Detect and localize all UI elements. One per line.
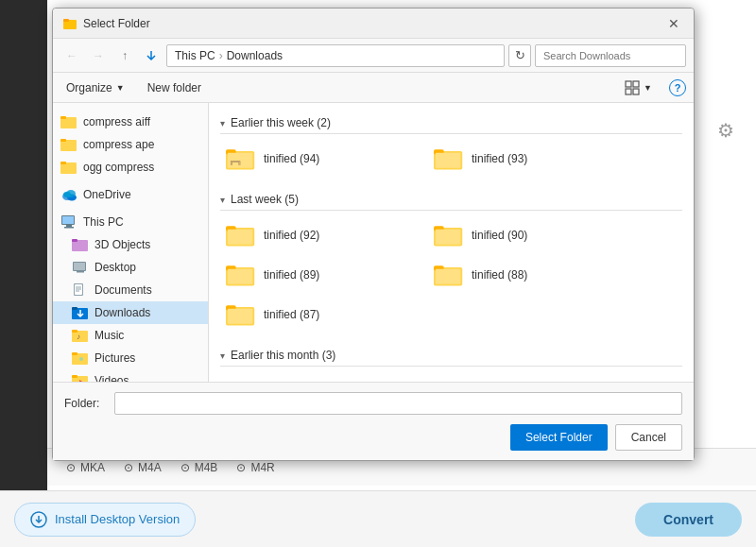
- convert-button[interactable]: Convert: [635, 503, 742, 537]
- sidebar-item-compress-ape[interactable]: compress ape: [53, 133, 208, 156]
- search-input[interactable]: [535, 44, 686, 67]
- sidebar-label: Music: [94, 329, 124, 342]
- sidebar-item-3d-objects[interactable]: 3D Objects: [53, 233, 208, 256]
- svg-rect-5: [633, 81, 639, 87]
- gear-icon[interactable]: ⚙: [709, 113, 742, 146]
- address-bar: ← → ↑ This PC › Downloads ↻: [53, 39, 694, 73]
- sidebar-label: Downloads: [94, 306, 150, 319]
- list-item[interactable]: tinified (93): [428, 142, 617, 176]
- group-header-earlier-this-month[interactable]: ▾ Earlier this month (3): [220, 343, 682, 367]
- folder-icon: [60, 114, 77, 129]
- file-name: tinified (93): [472, 152, 527, 165]
- list-item[interactable]: ╔═╗ tinified (94): [220, 142, 409, 176]
- sidebar-item-desktop[interactable]: Desktop: [53, 256, 208, 279]
- svg-text:╔═╗: ╔═╗: [230, 158, 242, 165]
- dialog-footer: Folder: Select Folder Cancel: [53, 382, 694, 460]
- sidebar-item-documents[interactable]: Documents: [53, 279, 208, 301]
- svg-rect-19: [62, 216, 74, 224]
- list-item[interactable]: tinified (92): [220, 218, 409, 252]
- folder-icon: [226, 222, 256, 248]
- svg-text:♪: ♪: [77, 333, 80, 341]
- cancel-button[interactable]: Cancel: [615, 424, 682, 451]
- svg-rect-11: [60, 139, 66, 142]
- group-header-earlier-this-week[interactable]: ▾ Earlier this week (2): [220, 111, 682, 134]
- path-pc: This PC: [175, 49, 215, 62]
- sidebar-item-videos[interactable]: Videos: [53, 369, 208, 382]
- sidebar-item-thispc[interactable]: This PC: [53, 211, 208, 233]
- sidebar-item-compress-aiff[interactable]: compress aiff: [53, 111, 208, 133]
- up-button[interactable]: ↑: [113, 44, 136, 67]
- bottom-bar: Install Desktop Version Convert: [0, 490, 756, 547]
- format-option-mka[interactable]: ⊙ MKA: [66, 461, 105, 474]
- sidebar-item-onedrive[interactable]: OneDrive: [53, 184, 208, 205]
- computer-icon: [60, 214, 77, 230]
- group-label: Earlier this week (2): [231, 116, 331, 129]
- file-name: tinified (90): [472, 229, 527, 242]
- sidebar-label: OneDrive: [83, 188, 131, 201]
- radio-m4r[interactable]: ⊙: [236, 461, 246, 474]
- address-down-icon[interactable]: [140, 44, 163, 67]
- folder-icon: [60, 160, 77, 175]
- radio-mka[interactable]: ⊙: [66, 461, 76, 474]
- folder-icon: ╔═╗: [226, 145, 256, 172]
- folder-icon: [434, 145, 464, 172]
- svg-rect-21: [64, 227, 74, 229]
- dialog-content: compress aiff compress ape ogg compress: [53, 103, 694, 382]
- list-item[interactable]: tinified (87): [220, 298, 409, 332]
- folder-icon: [226, 301, 256, 328]
- sidebar-item-ogg-compress[interactable]: ogg compress: [53, 156, 208, 179]
- folder-icon: [226, 262, 256, 288]
- group-header-last-week[interactable]: ▾ Last week (5): [220, 187, 682, 211]
- format-option-m4b[interactable]: ⊙ M4B: [180, 461, 218, 474]
- sidebar-label: ogg compress: [83, 161, 154, 174]
- svg-point-39: [79, 357, 83, 361]
- format-label-m4a: M4A: [138, 461, 162, 474]
- help-button[interactable]: ?: [669, 79, 686, 96]
- refresh-button[interactable]: ↻: [508, 44, 531, 67]
- download-icon: [30, 511, 47, 528]
- pictures-icon: [72, 350, 89, 366]
- dialog-titlebar: Select Folder ✕: [53, 9, 694, 39]
- svg-rect-41: [72, 375, 77, 378]
- dialog-title: Select Folder: [83, 17, 663, 30]
- sidebar-item-music[interactable]: ♪ Music: [53, 324, 208, 347]
- list-item[interactable]: tinified (88): [428, 258, 617, 292]
- dialog-toolbar: Organize ▼ New folder ▼ ?: [53, 73, 694, 103]
- svg-rect-23: [72, 239, 77, 242]
- file-list: ▾ Earlier this week (2) ╔═╗ tinified (94…: [209, 103, 694, 382]
- address-path[interactable]: This PC › Downloads: [166, 44, 505, 67]
- organize-button[interactable]: Organize ▼: [60, 78, 130, 97]
- svg-rect-20: [66, 225, 72, 227]
- view-toggle-button[interactable]: ▼: [619, 77, 658, 98]
- list-item[interactable]: tinified (86): [220, 374, 409, 382]
- list-item[interactable]: tinified (90): [428, 218, 617, 252]
- folder-icon: [60, 137, 77, 152]
- sidebar-label: Videos: [94, 374, 129, 382]
- format-option-m4a[interactable]: ⊙ M4A: [124, 461, 162, 474]
- folder-input-row: Folder:: [64, 392, 682, 415]
- radio-m4a[interactable]: ⊙: [124, 461, 133, 474]
- svg-point-17: [66, 190, 76, 197]
- group-chevron-icon: ▾: [220, 195, 225, 205]
- svg-rect-38: [72, 352, 77, 355]
- folder-sidebar: compress aiff compress ape ogg compress: [53, 103, 209, 382]
- file-name: tinified (92): [264, 229, 319, 242]
- select-folder-button[interactable]: Select Folder: [510, 424, 608, 451]
- list-item[interactable]: tinified (89): [220, 258, 409, 292]
- folder-path-input[interactable]: [114, 392, 682, 415]
- svg-rect-26: [77, 271, 84, 273]
- format-label-m4r: M4R: [250, 461, 274, 474]
- forward-button[interactable]: →: [87, 44, 110, 67]
- sidebar-item-pictures[interactable]: Pictures: [53, 347, 208, 369]
- organize-chevron-icon: ▼: [116, 83, 125, 93]
- list-item[interactable]: tinified (85): [428, 374, 617, 382]
- new-folder-button[interactable]: New folder: [142, 78, 207, 97]
- downloads-icon: [72, 305, 89, 320]
- sidebar-item-downloads[interactable]: Downloads: [53, 301, 208, 324]
- radio-m4b[interactable]: ⊙: [180, 461, 190, 474]
- close-button[interactable]: ✕: [663, 13, 684, 34]
- install-desktop-button[interactable]: Install Desktop Version: [14, 503, 196, 537]
- arrow-icon: [145, 49, 158, 62]
- format-option-m4r[interactable]: ⊙ M4R: [236, 461, 274, 474]
- back-button[interactable]: ←: [60, 44, 83, 67]
